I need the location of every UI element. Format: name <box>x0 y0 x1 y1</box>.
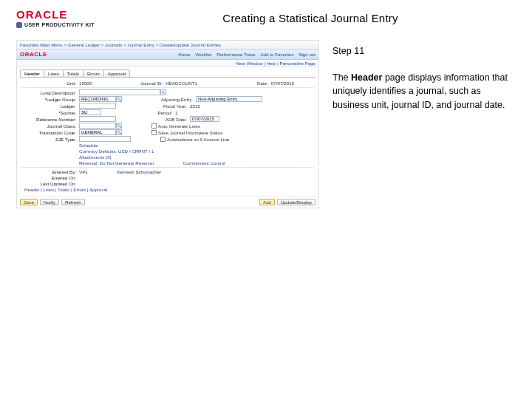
bottom-tab-links[interactable]: Header | Lines | Totals | Errors | Appro… <box>24 187 107 192</box>
longdesc-input[interactable] <box>79 89 160 95</box>
mini-user-links: New Window | Help | Personalize Page <box>17 60 318 67</box>
date-label: Date: <box>227 81 271 86</box>
autobal-checkbox[interactable] <box>160 137 166 142</box>
oracle-subbrand: USER PRODUCTIVITY KIT <box>16 22 105 28</box>
lookup-icon[interactable]: 🔍 <box>116 96 122 102</box>
ledgergroup-input[interactable] <box>79 96 116 102</box>
date-value: 07/07/2015 <box>271 81 294 86</box>
tab-totals[interactable]: Totals <box>63 69 83 77</box>
enteredby-value: VP1 <box>79 169 88 174</box>
saveinc-checkbox[interactable] <box>151 130 157 135</box>
oracle-wordmark: ORACLE <box>16 9 105 20</box>
period-label: Period: <box>131 110 175 115</box>
adjusting-label: Adjusting Entry: <box>151 97 196 102</box>
saveinc-label: Save Journal Incomplete Status <box>158 130 222 135</box>
breadcrumb: Favorites Main Menu > General Ledger > J… <box>20 42 221 47</box>
fy-value: 2015 <box>190 103 200 109</box>
autobal-label: Autobalance on 0 Amount Line <box>167 137 229 142</box>
trans-label: Transaction Code: <box>21 130 79 135</box>
unit-value: 15000 <box>79 81 92 86</box>
lookup-icon[interactable]: 🔍 <box>116 123 122 129</box>
longdesc-label: Long Description: <box>21 90 79 95</box>
lastupd-label: Last Updated On: <box>21 181 79 186</box>
tab-errors[interactable]: Errors <box>83 69 104 77</box>
fy-label: Fiscal Year: <box>146 103 190 109</box>
ledgergroup-label: *Ledger Group: <box>21 97 79 102</box>
ledger-input[interactable] <box>79 103 116 109</box>
journalid-value: HEADCOUNT1 <box>166 81 197 86</box>
update-button[interactable]: Update/Display <box>277 199 316 205</box>
journalid-label: Journal ID: <box>121 81 166 86</box>
sje-input[interactable] <box>79 136 131 142</box>
mini-top-links: Home Worklist Performance Trace Add to F… <box>174 52 316 57</box>
save-button[interactable]: Save <box>20 199 38 205</box>
tab-lines[interactable]: Lines <box>44 69 64 77</box>
tab-header[interactable]: Header <box>20 69 44 77</box>
page-title: Creating a Statistical Journal Entry <box>105 12 516 24</box>
source-label: *Source: <box>21 110 79 115</box>
adb-label: ADB Date: <box>146 117 190 122</box>
enteredby-label: Entered By: <box>21 169 79 174</box>
add-button[interactable]: Add <box>259 199 275 205</box>
adb-input[interactable] <box>190 116 219 122</box>
source-input[interactable] <box>79 109 101 115</box>
adjusting-input[interactable] <box>196 96 262 102</box>
jclass-label: Journal Class: <box>21 123 79 129</box>
tab-approval[interactable]: Approval <box>103 69 130 77</box>
autogen-label: Auto Generate Lines <box>158 123 200 129</box>
commitment-link[interactable]: Commitment Control <box>183 160 225 166</box>
mini-tabbar: Header Lines Totals Errors Approval <box>17 67 318 77</box>
embedded-screenshot: Favorites Main Menu > General Ledger > J… <box>16 40 319 208</box>
brand-logo: ORACLE USER PRODUCTIVITY KIT <box>16 9 105 28</box>
autogen-checkbox[interactable] <box>151 123 157 129</box>
schedule-link[interactable]: Schedule <box>79 143 98 148</box>
mini-oracle-logo: ORACLE <box>20 51 47 58</box>
refresh-button[interactable]: Refresh <box>61 199 85 205</box>
jclass-input[interactable] <box>79 123 116 129</box>
currency-defaults-link[interactable]: Currency Defaults: USD / CRRNT / 1 <box>79 149 154 154</box>
unit-label: Unit: <box>21 81 79 86</box>
lookup-icon[interactable]: 🔍 <box>116 129 122 135</box>
trans-input[interactable] <box>79 129 116 135</box>
step-number: Step 11 <box>332 44 516 58</box>
attachments-link[interactable]: Attachments (0) <box>79 154 112 160</box>
notify-button[interactable]: Notify <box>40 199 59 205</box>
period-value: 1 <box>175 110 177 115</box>
reversal-link[interactable]: Reversal: Do Not Generate Reversal <box>79 160 154 166</box>
enteredby-name: Kenneth Schumacher <box>117 169 162 174</box>
sje-label: SJE Type: <box>21 137 79 142</box>
ledger-label: Ledger: <box>21 103 79 109</box>
ref-label: Reference Number: <box>21 117 79 122</box>
instruction-text: The Header page displays information tha… <box>332 71 516 111</box>
ref-input[interactable] <box>79 116 116 122</box>
enteredon-label: Entered On: <box>21 175 79 180</box>
spell-icon[interactable]: ✎ <box>160 89 166 95</box>
